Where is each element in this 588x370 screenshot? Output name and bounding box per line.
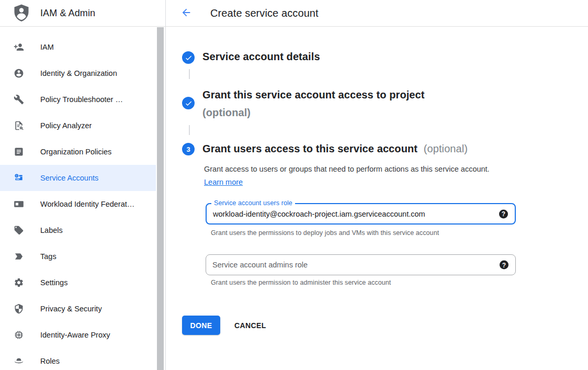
shield-half-icon bbox=[14, 304, 24, 314]
wrench-icon bbox=[14, 94, 24, 105]
sidebar-item-policy-troubleshooter[interactable]: Policy Troubleshooter … bbox=[0, 86, 156, 113]
step3-description: Grant access to users or groups that nee… bbox=[204, 163, 498, 189]
sidebar-item-label: Tags bbox=[40, 252, 56, 261]
service-account-admins-role-field bbox=[206, 254, 516, 275]
sidebar-item-label: Identity-Aware Proxy bbox=[40, 331, 110, 339]
back-button[interactable] bbox=[179, 6, 193, 20]
sidebar-header: IAM & Admin bbox=[0, 0, 165, 27]
tag-arrow-icon bbox=[14, 251, 24, 262]
step-connector bbox=[189, 69, 190, 79]
step2-complete-check-icon bbox=[182, 97, 195, 109]
sidebar-item-settings[interactable]: Settings bbox=[0, 270, 156, 296]
cancel-button[interactable]: CANCEL bbox=[227, 316, 274, 335]
step3-description-text: Grant access to users or groups that nee… bbox=[204, 165, 490, 173]
step3-title: Grant users access to this service accou… bbox=[202, 143, 468, 155]
admins-role-input[interactable] bbox=[206, 255, 515, 275]
sidebar-item-label: Labels bbox=[40, 226, 63, 234]
sidebar-item-label: Identity & Organization bbox=[40, 69, 117, 77]
sidebar-item-identity-aware-proxy[interactable]: Identity-Aware Proxy bbox=[0, 322, 156, 348]
roles-hat-icon bbox=[14, 356, 24, 366]
sidebar-item-label: Settings bbox=[40, 278, 67, 287]
sidebar-item-privacy-security[interactable]: Privacy & Security bbox=[0, 296, 156, 322]
page-title: Create service account bbox=[210, 7, 319, 19]
sidebar-item-service-accounts[interactable]: Service Accounts bbox=[0, 165, 156, 191]
step3-optional-label: (optional) bbox=[424, 143, 468, 154]
sidebar-item-organization-policies[interactable]: Organization Policies bbox=[0, 139, 156, 165]
users-role-input[interactable] bbox=[207, 204, 515, 223]
sidebar-item-label: IAM bbox=[40, 43, 54, 51]
proxy-chip-icon bbox=[14, 330, 24, 340]
done-button[interactable]: DONE bbox=[182, 316, 220, 335]
sidebar-item-label: Policy Troubleshooter … bbox=[40, 95, 123, 104]
policy-analyzer-icon bbox=[14, 120, 24, 131]
service-account-icon bbox=[14, 173, 24, 183]
step1-title: Service account details bbox=[202, 51, 320, 63]
help-icon[interactable] bbox=[500, 261, 508, 270]
sidebar-item-tags[interactable]: Tags bbox=[0, 243, 156, 270]
sidebar-item-workload-identity-federation[interactable]: Workload Identity Federat… bbox=[0, 191, 156, 217]
identity-circle-icon bbox=[14, 68, 24, 79]
document-lines-icon bbox=[14, 147, 24, 157]
main-panel: Create service account Service account d… bbox=[166, 0, 588, 370]
sidebar-item-label: Privacy & Security bbox=[40, 305, 102, 313]
step3-number-badge: 3 bbox=[182, 143, 195, 155]
gear-icon bbox=[14, 277, 24, 288]
sidebar-scrollbar[interactable] bbox=[157, 27, 164, 370]
label-tag-icon bbox=[14, 225, 24, 236]
sidebar-item-policy-analyzer[interactable]: Policy Analyzer bbox=[0, 113, 156, 139]
card-icon bbox=[14, 199, 24, 209]
sidebar-item-roles[interactable]: Roles bbox=[0, 348, 156, 370]
step2-title: Grant this service account access to pro… bbox=[202, 86, 425, 121]
arrow-back-icon bbox=[180, 7, 192, 20]
sidebar-item-label: Service Accounts bbox=[40, 174, 98, 182]
main-header: Create service account bbox=[166, 0, 588, 27]
sidebar-item-label: Roles bbox=[40, 357, 60, 365]
service-account-users-role-field: Service account users role bbox=[206, 203, 516, 225]
sidebar-item-iam[interactable]: IAM bbox=[0, 34, 156, 60]
sidebar-item-label: Policy Analyzer bbox=[40, 121, 92, 130]
sidebar-nav: IAM Identity & Organization Policy Troub… bbox=[0, 27, 165, 370]
sidebar-item-labels[interactable]: Labels bbox=[0, 217, 156, 243]
person-add-icon bbox=[14, 42, 24, 52]
sidebar-title: IAM & Admin bbox=[40, 8, 95, 19]
step2-optional-label: (optional) bbox=[202, 104, 425, 121]
learn-more-link[interactable]: Learn more bbox=[204, 178, 243, 186]
step3-number: 3 bbox=[186, 145, 190, 153]
step2-title-text: Grant this service account access to pro… bbox=[202, 89, 425, 100]
step3-title-text: Grant users access to this service accou… bbox=[202, 143, 417, 154]
app-root: IAM & Admin IAM Identity & Organization … bbox=[0, 0, 588, 370]
sidebar-item-label: Workload Identity Federat… bbox=[40, 200, 134, 208]
admins-role-helper-text: Grant users the permission to administer… bbox=[211, 279, 391, 286]
iam-shield-logo-icon bbox=[12, 3, 31, 23]
sidebar-item-label: Organization Policies bbox=[40, 148, 111, 156]
help-icon[interactable] bbox=[499, 209, 508, 218]
sidebar: IAM & Admin IAM Identity & Organization … bbox=[0, 0, 166, 370]
create-service-account-form: Service account details Grant this servi… bbox=[166, 27, 588, 370]
sidebar-item-identity-organization[interactable]: Identity & Organization bbox=[0, 60, 156, 86]
step1-complete-check-icon bbox=[182, 51, 195, 64]
users-role-helper-text: Grant users the permissions to deploy jo… bbox=[211, 229, 439, 237]
step-connector bbox=[189, 125, 190, 135]
